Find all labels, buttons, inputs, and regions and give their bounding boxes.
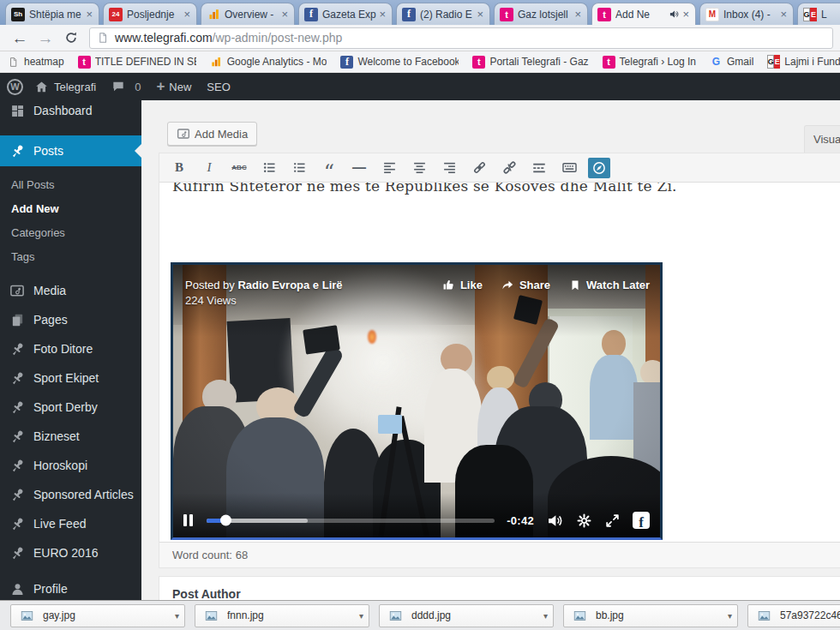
adminbar-site-link[interactable]: Telegrafi: [27, 73, 104, 100]
align-right-button[interactable]: [438, 158, 460, 178]
media-icon: [9, 282, 26, 299]
facebook-logo-icon[interactable]: f: [633, 512, 650, 529]
gazeta-express-icon: GE: [767, 56, 780, 69]
bookmark-heatmap[interactable]: heatmap: [7, 56, 64, 69]
submenu-tags[interactable]: Tags: [0, 244, 141, 268]
24sata-favicon: 24: [109, 8, 123, 21]
add-media-button[interactable]: Add Media: [167, 122, 257, 146]
submenu-add-new[interactable]: Add New: [0, 196, 141, 220]
close-icon[interactable]: ×: [280, 9, 289, 20]
adminbar-new-button[interactable]: + New: [148, 73, 199, 100]
like-button[interactable]: Like: [442, 279, 483, 291]
submenu-all-posts[interactable]: All Posts: [0, 172, 141, 196]
adminbar-seo[interactable]: SEO: [199, 73, 237, 100]
bookmark-google-analytics[interactable]: Google Analytics - Mo: [210, 56, 327, 69]
horizontal-rule-button[interactable]: —: [348, 158, 370, 178]
media-icon: [177, 127, 190, 141]
close-icon[interactable]: ×: [779, 9, 788, 20]
close-icon[interactable]: ×: [183, 9, 191, 20]
forward-button[interactable]: →: [33, 30, 58, 46]
close-icon[interactable]: ×: [85, 9, 93, 20]
tab-gazeta[interactable]: f Gazeta Exp ×: [298, 3, 393, 25]
pin-icon: [9, 486, 26, 503]
proofread-button[interactable]: [588, 158, 610, 178]
submenu-categories[interactable]: Categories: [0, 220, 141, 244]
pause-button[interactable]: [183, 514, 193, 526]
bookmark-portali-telegrafi[interactable]: tPortali Telegrafi - Gaz: [472, 56, 588, 69]
chevron-down-icon[interactable]: ▾: [537, 611, 548, 621]
bookmark-lajmi[interactable]: GELajmi i Fund: [767, 56, 840, 69]
address-bar[interactable]: www.telegrafi.com/wp-admin/post-new.php: [89, 27, 833, 49]
chevron-down-icon[interactable]: ▾: [722, 611, 732, 621]
tab-posljednje[interactable]: 24 Posljednje ×: [103, 3, 197, 25]
sidebar-item-euro-2016[interactable]: EURO 2016: [0, 538, 141, 567]
download-item[interactable]: 57a93722c46188: [747, 604, 840, 627]
sidebar-item-foto-ditore[interactable]: Foto Ditore: [0, 334, 141, 363]
close-icon[interactable]: ×: [681, 9, 690, 20]
numbered-list-button[interactable]: [288, 158, 310, 178]
strikethrough-button[interactable]: ABC: [228, 158, 250, 178]
sidebar-item-bizneset[interactable]: Bizneset: [0, 422, 141, 451]
sidebar-item-dashboard[interactable]: Dashboard: [0, 96, 141, 125]
sidebar-item-posts[interactable]: Posts: [0, 135, 141, 166]
fullscreen-button[interactable]: [604, 513, 621, 529]
progress-bar[interactable]: [207, 519, 495, 523]
align-center-button[interactable]: [408, 158, 430, 178]
tab-visual[interactable]: Visual: [804, 125, 840, 153]
bold-button[interactable]: B: [168, 158, 190, 178]
watch-later-button[interactable]: Watch Later: [569, 279, 650, 291]
sidebar-item-pages[interactable]: Pages: [0, 305, 141, 334]
sidebar-item-live-feed[interactable]: Live Feed: [0, 509, 141, 538]
browser-toolbar: ← → www.telegrafi.com/wp-admin/post-new.…: [0, 25, 840, 51]
bookmark-telegrafi-login[interactable]: tTelegrafi › Log In: [603, 56, 696, 69]
remove-link-button[interactable]: [498, 158, 520, 178]
chevron-down-icon[interactable]: ▾: [353, 611, 363, 621]
settings-button[interactable]: [576, 513, 592, 529]
facebook-video-embed[interactable]: Posted by Radio Evropa e Lirë 224 Views …: [171, 262, 663, 540]
download-item[interactable]: bb.jpg ▾: [563, 604, 738, 627]
tab-gaz-lotsjell[interactable]: t Gaz lotsjell ×: [494, 3, 588, 25]
share-button[interactable]: Share: [501, 279, 550, 291]
toolbar-toggle-button[interactable]: [558, 158, 580, 178]
back-button[interactable]: ←: [7, 30, 33, 46]
download-item[interactable]: fnnn.jpg ▾: [195, 604, 369, 627]
reload-button[interactable]: [58, 30, 84, 45]
comment-icon: [111, 80, 125, 93]
align-left-button[interactable]: [378, 158, 400, 178]
blockquote-button[interactable]: “: [318, 153, 340, 183]
wordpress-logo-icon[interactable]: W: [7, 79, 23, 95]
insert-more-tag-button[interactable]: [528, 158, 550, 178]
sidebar-item-sport-derby[interactable]: Sport Derby: [0, 393, 141, 422]
bookmark-title-defined[interactable]: tTITLE DEFINED IN SET: [78, 56, 196, 69]
tab-add-new-active[interactable]: t Add Ne ×: [591, 3, 696, 25]
sidebar-item-profile[interactable]: Profile: [0, 574, 141, 603]
editor-toolbar: B I ABC “ —: [159, 153, 840, 183]
close-icon[interactable]: ×: [573, 9, 582, 20]
sidebar-item-media[interactable]: Media: [0, 276, 141, 305]
video-page-name[interactable]: Radio Evropa e Lirë: [237, 279, 342, 291]
bookmark-gmail[interactable]: GGmail: [710, 56, 753, 69]
download-item[interactable]: gay.jpg ▾: [10, 604, 185, 627]
download-item[interactable]: dddd.jpg ▾: [379, 604, 554, 627]
italic-button[interactable]: I: [198, 158, 220, 178]
sidebar-item-sport-ekipet[interactable]: Sport Ekipet: [0, 363, 141, 393]
close-icon[interactable]: ×: [476, 9, 484, 20]
tab-inbox[interactable]: M Inbox (4) - ×: [699, 3, 794, 25]
bookmark-facebook[interactable]: fWelcome to Facebook: [340, 56, 459, 69]
close-icon[interactable]: ×: [378, 9, 387, 20]
volume-button[interactable]: [546, 512, 564, 530]
sidebar-item-sponsored-articles[interactable]: Sponsored Articles: [0, 480, 141, 509]
telegrafi-favicon: t: [597, 8, 611, 21]
telegrafi-favicon: t: [500, 8, 513, 21]
tab-radio[interactable]: f (2) Radio E ×: [396, 3, 490, 25]
audio-playing-icon[interactable]: [669, 9, 680, 20]
adminbar-comments[interactable]: 0: [104, 73, 148, 100]
tab-overview[interactable]: Overview - ×: [201, 3, 295, 25]
progress-knob[interactable]: [220, 515, 231, 526]
insert-link-button[interactable]: [468, 158, 490, 178]
bullet-list-button[interactable]: [258, 158, 280, 178]
tab-gazeta-express[interactable]: GE L: [797, 3, 840, 25]
sidebar-item-horoskopi[interactable]: Horoskopi: [0, 451, 141, 480]
tab-shtepia[interactable]: Sh Shtëpia me ×: [5, 3, 99, 25]
chevron-down-icon[interactable]: ▾: [169, 611, 179, 621]
